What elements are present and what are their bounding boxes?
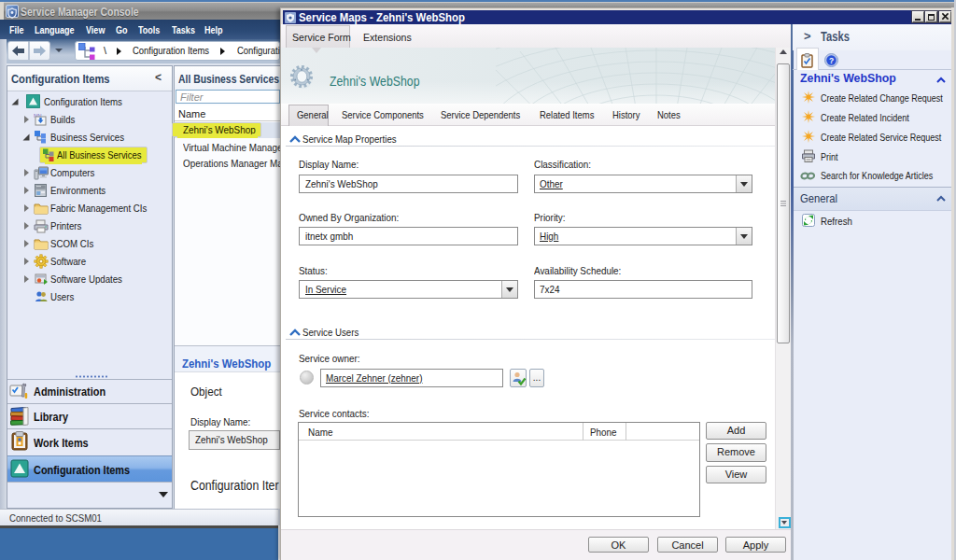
svg-text:?: ?	[829, 56, 834, 65]
